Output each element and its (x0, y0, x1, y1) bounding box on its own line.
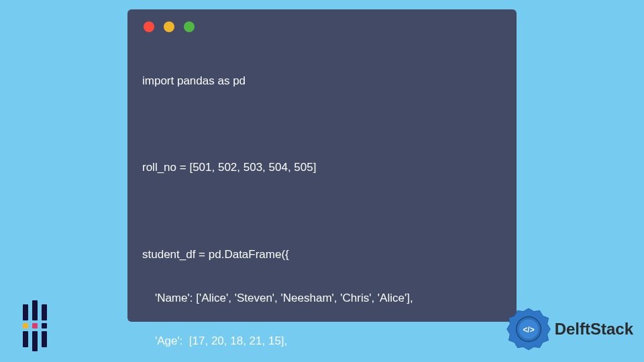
close-icon[interactable] (144, 21, 154, 32)
maximize-icon[interactable] (184, 21, 195, 32)
code-line (142, 204, 502, 221)
code-line: import pandas as pd (142, 74, 502, 90)
brand-name: DelftStack (555, 320, 633, 339)
minimize-icon[interactable] (164, 21, 174, 32)
code-card: import pandas as pd roll_no = [501, 502,… (127, 9, 517, 322)
code-block: import pandas as pd roll_no = [501, 502,… (142, 47, 502, 362)
left-logo-icon (11, 299, 64, 353)
brand-badge: </> DelftStack (506, 307, 633, 351)
code-line: student_df = pd.DataFrame({ (142, 248, 502, 264)
gear-icon: </> (506, 307, 551, 351)
window-controls (142, 19, 502, 32)
svg-text:</>: </> (523, 325, 534, 335)
code-line: 'Age': [17, 20, 18, 21, 15], (142, 335, 502, 351)
code-line: roll_no = [501, 502, 503, 504, 505] (142, 161, 502, 177)
code-line (142, 118, 502, 134)
code-line: 'Name': ['Alice', 'Steven', 'Neesham', '… (142, 292, 502, 308)
